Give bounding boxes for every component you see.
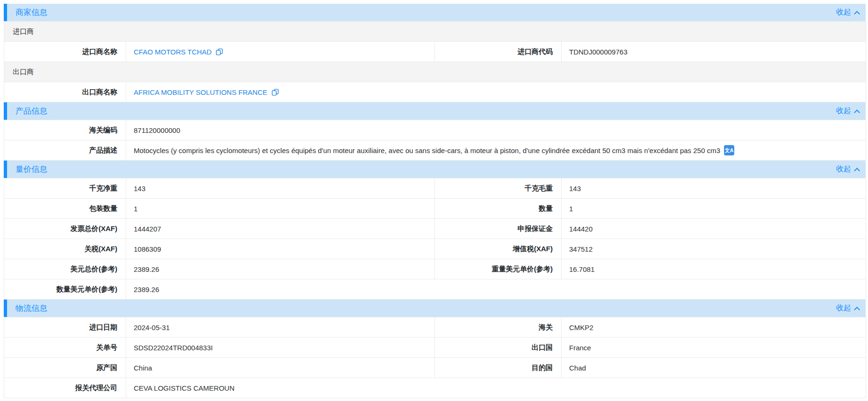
field-value: Chad (562, 358, 866, 378)
exporter-name-label: 出口商名称 (4, 82, 126, 102)
collapse-label: 收起 (836, 164, 851, 174)
field-label: 发票总价(XAF) (4, 219, 126, 239)
collapse-label: 收起 (836, 303, 851, 313)
importer-subheader: 进口商 (4, 22, 866, 42)
field-label: 报关代理公司 (4, 378, 126, 398)
field-value: 347512 (562, 239, 866, 259)
merchant-table: 进口商 进口商名称 CFAO MOTORS TCHAD 进口商代码 TDNDJ0… (4, 21, 866, 102)
exporter-name-value: AFRICA MOBILITY SOLUTIONS FRANCE (126, 82, 866, 102)
field-label: 关税(XAF) (4, 239, 126, 259)
field-label: 关单号 (4, 338, 126, 358)
field-label: 目的国 (435, 358, 562, 378)
table-row: 美元总价(参考) 2389.26 重量美元单价(参考) 16.7081 (4, 259, 866, 279)
collapse-label: 收起 (836, 106, 851, 116)
importer-name-link[interactable]: CFAO MOTORS TCHAD (134, 48, 223, 56)
table-row: 原产国 China 目的国 Chad (4, 358, 866, 378)
table-row: 关单号 SDSD22024TRD004833I 出口国 France (4, 338, 866, 358)
copy-icon[interactable] (271, 88, 279, 96)
section-title-logistics: 物流信息 (15, 303, 47, 314)
field-value: 1444207 (126, 219, 435, 239)
field-value: 1086309 (126, 239, 435, 259)
collapse-button-product[interactable]: 收起 (836, 106, 859, 116)
importer-name-text: CFAO MOTORS TCHAD (134, 48, 212, 56)
field-label: 出口国 (435, 338, 562, 358)
collapse-label: 收起 (836, 8, 851, 17)
field-label: 海关 (435, 317, 562, 338)
chevron-up-icon (854, 168, 860, 174)
product-description-text: Motocycles (y compris les cyclomoteurs) … (134, 147, 720, 154)
field-value: 2024-05-31 (126, 317, 435, 338)
translate-icon[interactable]: 文A (724, 145, 734, 155)
table-row: 关税(XAF) 1086309 增值税(XAF) 347512 (4, 239, 866, 259)
field-value: CEVA LOGISTICS CAMEROUN (126, 378, 866, 398)
exporter-name-text: AFRICA MOBILITY SOLUTIONS FRANCE (134, 88, 267, 96)
field-value: China (126, 358, 435, 378)
field-label: 申报保证金 (435, 219, 562, 239)
field-value: 16.7081 (562, 259, 866, 279)
table-row: 进口商名称 CFAO MOTORS TCHAD 进口商代码 TDNDJ00000… (4, 42, 866, 62)
section-header-product: 产品信息 收起 (4, 102, 866, 120)
product-description-label: 产品描述 (4, 140, 126, 161)
section-title-quantity-price: 量价信息 (15, 164, 47, 175)
collapse-button-merchant[interactable]: 收起 (836, 8, 859, 17)
trade-detail-page: 商家信息 收起 进口商 进口商名称 CFAO MOTORS TCHAD 进口商代… (0, 0, 868, 400)
field-label: 包装数量 (4, 199, 126, 219)
field-value: 2389.26 (126, 259, 435, 279)
field-label: 千克毛重 (435, 178, 562, 199)
table-row: 海关编码 871120000000 (4, 120, 866, 140)
product-table: 海关编码 871120000000 产品描述 Motocycles (y com… (4, 120, 866, 161)
section-title-merchant: 商家信息 (15, 7, 47, 18)
table-row: 发票总价(XAF) 1444207 申报保证金 144420 (4, 219, 866, 239)
field-value: 1 (126, 199, 435, 219)
field-value: SDSD22024TRD004833I (126, 338, 435, 358)
hs-code-value: 871120000000 (126, 120, 866, 140)
field-value: France (562, 338, 866, 358)
section-header-logistics: 物流信息 收起 (4, 300, 866, 317)
field-label: 美元总价(参考) (4, 259, 126, 279)
field-label: 原产国 (4, 358, 126, 378)
section-header-merchant: 商家信息 收起 (4, 4, 866, 21)
field-label: 千克净重 (4, 178, 126, 199)
table-row: 报关代理公司 CEVA LOGISTICS CAMEROUN (4, 378, 866, 398)
table-row: 千克净重 143 千克毛重 143 (4, 178, 866, 199)
table-row: 出口商名称 AFRICA MOBILITY SOLUTIONS FRANCE (4, 82, 866, 102)
quantity-price-table: 千克净重 143 千克毛重 143 包装数量 1 数量 1 发票总价(XAF) … (4, 178, 866, 300)
chevron-up-icon (854, 109, 860, 116)
chevron-up-icon (854, 307, 860, 313)
logistics-table: 进口日期 2024-05-31 海关 CMKP2 关单号 SDSD22024TR… (4, 317, 866, 398)
importer-code-label: 进口商代码 (435, 42, 562, 62)
table-row: 进口商 (4, 22, 866, 42)
collapse-button-logistics[interactable]: 收起 (836, 303, 859, 313)
table-row: 出口商 (4, 62, 866, 82)
field-value: 2389.26 (126, 279, 866, 300)
field-value: 1 (562, 199, 866, 219)
table-row: 数量美元单价(参考) 2389.26 (4, 279, 866, 300)
field-label: 进口日期 (4, 317, 126, 338)
collapse-button-quantity-price[interactable]: 收起 (836, 164, 859, 174)
table-row: 包装数量 1 数量 1 (4, 199, 866, 219)
table-row: 产品描述 Motocycles (y compris les cyclomote… (4, 140, 866, 161)
exporter-subheader: 出口商 (4, 62, 866, 82)
field-value: 143 (126, 178, 435, 199)
hs-code-label: 海关编码 (4, 120, 126, 140)
table-row: 进口日期 2024-05-31 海关 CMKP2 (4, 317, 866, 338)
field-label: 数量美元单价(参考) (4, 279, 126, 300)
product-description-value: Motocycles (y compris les cyclomoteurs) … (126, 140, 866, 161)
importer-name-label: 进口商名称 (4, 42, 126, 62)
field-value: CMKP2 (562, 317, 866, 338)
field-label: 重量美元单价(参考) (435, 259, 562, 279)
importer-name-value: CFAO MOTORS TCHAD (126, 42, 435, 62)
chevron-up-icon (854, 11, 860, 17)
section-header-quantity-price: 量价信息 收起 (4, 161, 866, 178)
section-title-product: 产品信息 (15, 106, 47, 116)
field-value: 144420 (562, 219, 866, 239)
importer-code-value: TDNDJ000009763 (562, 42, 866, 62)
field-value: 143 (562, 178, 866, 199)
exporter-name-link[interactable]: AFRICA MOBILITY SOLUTIONS FRANCE (134, 88, 279, 96)
field-label: 增值税(XAF) (435, 239, 562, 259)
copy-icon[interactable] (215, 48, 223, 56)
field-label: 数量 (435, 199, 562, 219)
